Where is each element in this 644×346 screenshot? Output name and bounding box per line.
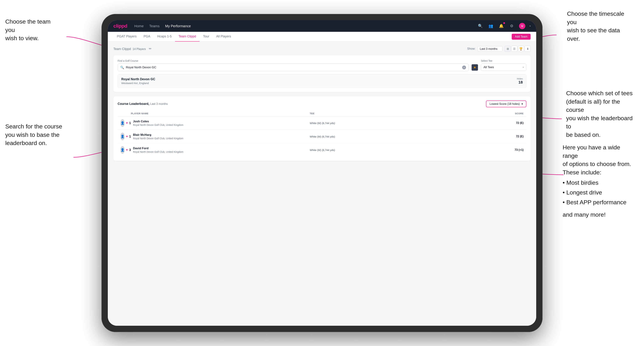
leaderboard-title-group: Course Leaderboard, Last 3 months bbox=[118, 102, 168, 106]
annotation-timescale: Choose the timescale you wish to see the… bbox=[567, 9, 634, 43]
player-club-3: Royal North Devon Golf Club, United King… bbox=[133, 151, 310, 153]
tee-cell-3: White (M) (6,744 yds) bbox=[310, 149, 488, 152]
course-result-location: Westward Ho!, England bbox=[121, 82, 155, 85]
annotation-search-course: Search for the course you wish to base t… bbox=[5, 122, 62, 147]
sub-nav-team-clippd[interactable]: Team Clippd bbox=[175, 32, 200, 42]
favorite-button[interactable]: ★ bbox=[472, 64, 478, 71]
trophy-view-button[interactable]: 🏆 bbox=[518, 46, 524, 52]
sub-nav-pgat[interactable]: PGAT Players bbox=[114, 32, 140, 42]
player-info-1: Josh Coles Royal North Devon Golf Club, … bbox=[131, 120, 310, 126]
player-name-2: Blair McHarg bbox=[133, 133, 310, 137]
add-team-button[interactable]: Add Team bbox=[512, 34, 530, 40]
tee-cell-1: White (M) (6,744 yds) bbox=[310, 122, 488, 125]
rank-cell-1: 👤 ♥ 1 bbox=[120, 119, 131, 127]
player-info-3: David Ford Royal North Devon Golf Club, … bbox=[131, 147, 310, 153]
leaderboard-title: Course Leaderboard, Last 3 months bbox=[118, 102, 168, 106]
score-cell-1: 72 (E) bbox=[488, 121, 524, 125]
heart-icon-3: ♥ bbox=[126, 148, 128, 152]
course-result[interactable]: Royal North Devon GC Westward Ho!, Engla… bbox=[118, 74, 526, 88]
main-content: Team Clippd 14 Players ✏ Show: Last 3 mo… bbox=[108, 42, 536, 326]
team-controls: Show: Last 3 months ⊞ ☰ 🏆 ⬇ bbox=[467, 46, 530, 52]
settings-nav-icon[interactable]: ⚙ bbox=[508, 23, 515, 29]
nav-teams[interactable]: Teams bbox=[149, 24, 160, 28]
user-avatar-nav[interactable]: U bbox=[519, 23, 525, 29]
holes-count: 18 bbox=[517, 80, 523, 85]
col-header-rank bbox=[120, 112, 131, 115]
course-search-input-wrapper[interactable]: 🔍 Royal North Devon GC × bbox=[118, 64, 469, 71]
holes-badge: Holes 18 bbox=[517, 77, 523, 85]
player-name-3: David Ford bbox=[133, 147, 310, 150]
player-info-2: Blair McHarg Royal North Devon Golf Club… bbox=[131, 133, 310, 140]
avatar-dropdown-arrow[interactable]: ▾ bbox=[530, 25, 530, 27]
sub-nav-tour[interactable]: Tour bbox=[200, 32, 212, 42]
tablet-screen: clippd Home Teams My Performance 🔍 👥 🔔 ⚙… bbox=[108, 20, 536, 326]
heart-icon-2: ♥ bbox=[126, 135, 128, 138]
rank-number-1: 1 bbox=[129, 121, 131, 125]
annotation-tees: Choose which set of tees (default is all… bbox=[566, 89, 636, 139]
show-label: Show: bbox=[467, 47, 476, 50]
sub-nav-all-players[interactable]: All Players bbox=[213, 32, 235, 42]
rank-number-2: 1 bbox=[129, 135, 131, 138]
leaderboard-subtitle: Last 3 months bbox=[150, 102, 168, 105]
score-cell-2: 72 (E) bbox=[488, 135, 524, 138]
col-header-score: SCORE bbox=[488, 112, 524, 115]
score-cell-3: 73 (+1) bbox=[488, 148, 524, 152]
table-row[interactable]: 👤 ♥ 3 David Ford Royal North Devon Golf … bbox=[118, 143, 526, 157]
view-icons: ⊞ ☰ 🏆 ⬇ bbox=[505, 46, 530, 52]
search-nav-icon[interactable]: 🔍 bbox=[477, 23, 483, 29]
notifications-icon[interactable]: 🔔 bbox=[498, 23, 504, 29]
sub-nav-hcaps[interactable]: Hcaps 1-5 bbox=[154, 32, 175, 42]
grid-view-button[interactable]: ⊞ bbox=[505, 46, 511, 52]
player-avatar-3: 👤 bbox=[120, 146, 124, 154]
notification-dot bbox=[503, 22, 505, 24]
rank-cell-3: 👤 ♥ 3 bbox=[120, 146, 131, 154]
course-search-value: Royal North Devon GC bbox=[126, 66, 460, 69]
tee-dropdown-arrow: ▾ bbox=[523, 66, 524, 68]
edit-team-icon[interactable]: ✏ bbox=[149, 47, 152, 51]
sub-nav: PGAT Players PGA Hcaps 1-5 Team Clippd T… bbox=[108, 32, 536, 42]
table-row[interactable]: 👤 ♥ 1 Blair McHarg Royal North Devon Gol… bbox=[118, 130, 526, 143]
tee-select-section: Select Tee All Tees ▾ bbox=[481, 59, 526, 71]
score-type-button[interactable]: Lowest Score (18 holes) ▾ bbox=[486, 100, 526, 107]
course-search-icon: 🔍 bbox=[120, 65, 124, 69]
player-avatar-2: 👤 bbox=[120, 133, 124, 140]
sub-nav-pga[interactable]: PGA bbox=[140, 32, 154, 42]
team-header: Team Clippd 14 Players ✏ Show: Last 3 mo… bbox=[114, 46, 530, 52]
col-header-tee: TEE bbox=[310, 112, 488, 115]
nav-links: Home Teams My Performance bbox=[134, 24, 191, 28]
rank-number-3: 3 bbox=[129, 148, 131, 152]
clear-search-button[interactable]: × bbox=[462, 65, 466, 69]
leaderboard-table: PLAYER NAME TEE SCORE 👤 ♥ 1 Josh Coles bbox=[118, 111, 526, 157]
tablet-device: clippd Home Teams My Performance 🔍 👥 🔔 ⚙… bbox=[102, 14, 542, 332]
course-search-row: Find a Golf Course 🔍 Royal North Devon G… bbox=[118, 59, 526, 71]
list-view-button[interactable]: ☰ bbox=[511, 46, 517, 52]
player-club-1: Royal North Devon Golf Club, United King… bbox=[133, 124, 310, 126]
time-period-select[interactable]: Last 3 months bbox=[478, 46, 502, 51]
course-result-name: Royal North Devon GC bbox=[121, 77, 155, 81]
select-tee-label: Select Tee bbox=[481, 59, 526, 62]
table-row[interactable]: 👤 ♥ 1 Josh Coles Royal North Devon Golf … bbox=[118, 116, 526, 130]
player-club-2: Royal North Devon Golf Club, United King… bbox=[133, 137, 310, 140]
nav-logo: clippd bbox=[114, 23, 127, 29]
col-header-player: PLAYER NAME bbox=[131, 112, 310, 115]
nav-my-performance[interactable]: My Performance bbox=[165, 24, 191, 28]
nav-icons: 🔍 👥 🔔 ⚙ U ▾ bbox=[477, 23, 530, 29]
leaderboard-header: Course Leaderboard, Last 3 months Lowest… bbox=[118, 100, 526, 107]
rank-cell-2: 👤 ♥ 1 bbox=[120, 133, 131, 140]
heart-icon-1: ♥ bbox=[126, 121, 128, 125]
annotation-options: Here you have a wide range of options to… bbox=[562, 143, 636, 219]
download-button[interactable]: ⬇ bbox=[525, 46, 530, 52]
course-result-info: Royal North Devon GC Westward Ho!, Engla… bbox=[121, 77, 155, 85]
table-header: PLAYER NAME TEE SCORE bbox=[118, 111, 526, 116]
tee-cell-2: White (M) (6,744 yds) bbox=[310, 135, 488, 138]
holes-label: Holes bbox=[517, 77, 523, 80]
annotation-choose-team: Choose the team you wish to view. bbox=[5, 17, 61, 42]
course-finder-section: Find a Golf Course 🔍 Royal North Devon G… bbox=[114, 55, 530, 92]
player-name-1: Josh Coles bbox=[133, 120, 310, 123]
top-nav: clippd Home Teams My Performance 🔍 👥 🔔 ⚙… bbox=[108, 20, 536, 32]
tee-dropdown[interactable]: All Tees ▾ bbox=[481, 64, 526, 71]
score-type-dropdown-arrow: ▾ bbox=[522, 102, 523, 106]
nav-home[interactable]: Home bbox=[134, 24, 144, 28]
player-avatar-1: 👤 bbox=[120, 119, 124, 127]
users-nav-icon[interactable]: 👥 bbox=[488, 23, 494, 29]
